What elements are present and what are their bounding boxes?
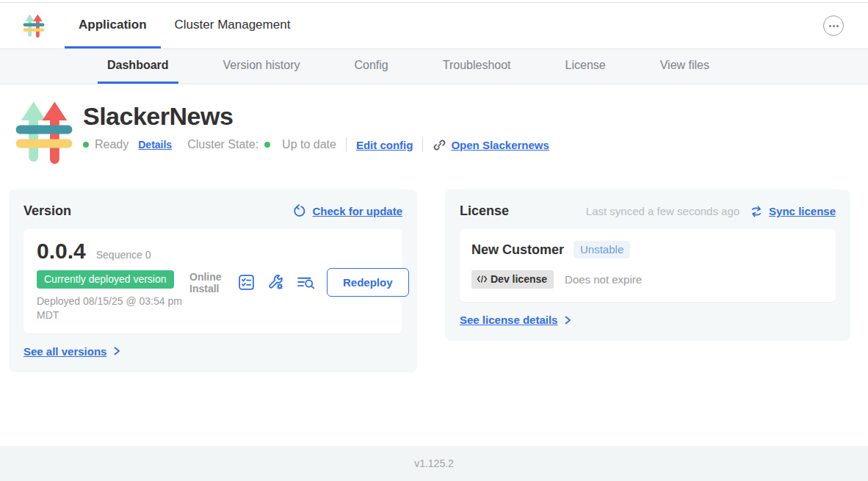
app-logo-icon bbox=[23, 13, 45, 38]
code-brackets-icon bbox=[477, 275, 488, 283]
see-license-details-link[interactable]: See license details bbox=[460, 314, 557, 326]
ready-status-label: Ready bbox=[95, 138, 129, 151]
license-type-badge: Dev license bbox=[471, 270, 554, 289]
subnav-version-history[interactable]: Version history bbox=[214, 49, 310, 84]
edit-config-button[interactable] bbox=[267, 273, 285, 292]
redeploy-button[interactable]: Redeploy bbox=[327, 268, 409, 297]
subnav-version-history-label: Version history bbox=[223, 59, 300, 72]
tab-application-label: Application bbox=[79, 18, 147, 32]
version-number-row: 0.0.4 Sequence 0 bbox=[37, 239, 189, 264]
version-info: 0.0.4 Sequence 0 Currently deployed vers… bbox=[37, 239, 189, 322]
details-link[interactable]: Details bbox=[138, 139, 172, 151]
last-synced-label: Last synced a few seconds ago bbox=[586, 205, 739, 217]
license-expiry: Does not expire bbox=[565, 273, 642, 286]
open-app-group: Open Slackernews bbox=[433, 138, 549, 152]
subnav-view-files[interactable]: View files bbox=[651, 49, 719, 84]
dashboard-cards: Version Check for update 0.0.4 Sequence bbox=[0, 165, 868, 372]
checklist-icon bbox=[237, 273, 256, 292]
header-tabs: Application Cluster Management bbox=[65, 3, 304, 48]
see-all-versions-link[interactable]: See all versions bbox=[23, 345, 106, 358]
header-spacer bbox=[304, 3, 823, 48]
version-actions: Online Install bbox=[189, 264, 409, 297]
subnav-license-label: License bbox=[565, 59, 606, 72]
customer-row: New Customer Unstable bbox=[471, 241, 824, 258]
app-logo-svg bbox=[23, 13, 45, 38]
chevron-right-icon bbox=[563, 315, 572, 325]
version-number: 0.0.4 bbox=[37, 239, 86, 264]
edit-config-link[interactable]: Edit config bbox=[356, 139, 413, 151]
customer-name: New Customer bbox=[471, 242, 564, 258]
install-type-label: Online Install bbox=[189, 271, 226, 294]
app-hero: SlackerNews Ready Details Cluster State:… bbox=[0, 84, 868, 165]
sync-arrows-icon bbox=[750, 205, 763, 218]
subnav-troubleshoot[interactable]: Troubleshoot bbox=[433, 49, 521, 84]
subnav-license[interactable]: License bbox=[556, 49, 615, 84]
see-license-details-row: See license details bbox=[460, 314, 836, 326]
subnav-config[interactable]: Config bbox=[345, 49, 398, 84]
license-type-row: Dev license Does not expire bbox=[471, 270, 824, 289]
tab-cluster-management[interactable]: Cluster Management bbox=[161, 3, 305, 48]
channel-badge: Unstable bbox=[574, 241, 630, 258]
ellipsis-icon bbox=[829, 25, 831, 27]
subnav-troubleshoot-label: Troubleshoot bbox=[443, 59, 511, 72]
page: Application Cluster Management Dashboard… bbox=[0, 0, 868, 481]
subnav-view-files-label: View files bbox=[660, 59, 709, 72]
open-app-link[interactable]: Open Slackernews bbox=[451, 139, 549, 151]
current-version-panel: 0.0.4 Sequence 0 Currently deployed vers… bbox=[23, 229, 402, 333]
app-status-row: Ready Details Cluster State: Up to date … bbox=[83, 137, 549, 152]
app-footer: v1.125.2 bbox=[0, 446, 868, 481]
divider bbox=[346, 137, 347, 152]
divider bbox=[422, 137, 423, 152]
overflow-menu-button[interactable] bbox=[823, 15, 844, 36]
view-logs-button[interactable] bbox=[296, 273, 316, 292]
tab-application[interactable]: Application bbox=[65, 3, 161, 48]
sync-license-link[interactable]: Sync license bbox=[769, 205, 836, 217]
logs-magnifier-icon bbox=[296, 273, 316, 292]
tab-cluster-management-label: Cluster Management bbox=[175, 18, 291, 32]
cluster-state-dot bbox=[264, 142, 270, 148]
preflight-checks-button[interactable] bbox=[237, 273, 256, 292]
main-content: SlackerNews Ready Details Cluster State:… bbox=[0, 84, 868, 444]
version-card: Version Check for update 0.0.4 Sequence bbox=[9, 189, 417, 372]
ready-status-dot bbox=[83, 142, 89, 148]
license-panel: New Customer Unstable Dev license bbox=[460, 229, 836, 302]
license-card: License Last synced a few seconds ago Sy… bbox=[445, 189, 850, 341]
refresh-icon bbox=[292, 204, 306, 218]
subnav-dashboard[interactable]: Dashboard bbox=[98, 49, 178, 84]
cluster-state-value: Up to date bbox=[282, 138, 336, 151]
hero-text: SlackerNews Ready Details Cluster State:… bbox=[83, 99, 549, 165]
see-all-versions-row: See all versions bbox=[23, 345, 402, 358]
check-for-update-link[interactable]: Check for update bbox=[312, 205, 402, 217]
license-card-title: License bbox=[460, 203, 509, 219]
deployed-timestamp: Deployed 08/15/25 @ 03:54 pm MDT bbox=[37, 294, 189, 322]
cluster-state-label: Cluster State: bbox=[187, 138, 258, 151]
license-type-label: Dev license bbox=[491, 273, 547, 285]
app-subnav: Dashboard Version history Config Trouble… bbox=[0, 49, 868, 84]
sequence-label: Sequence 0 bbox=[96, 249, 151, 261]
subnav-config-label: Config bbox=[355, 59, 388, 72]
license-card-header: License Last synced a few seconds ago Sy… bbox=[460, 203, 836, 219]
app-logo-large-icon bbox=[15, 99, 73, 165]
console-version: v1.125.2 bbox=[414, 458, 454, 469]
wrench-gear-icon bbox=[267, 273, 285, 292]
version-card-title: Version bbox=[23, 203, 71, 219]
check-update-group: Check for update bbox=[292, 204, 402, 218]
subnav-dashboard-label: Dashboard bbox=[107, 59, 169, 72]
chevron-right-icon bbox=[112, 346, 121, 356]
chain-link-icon bbox=[433, 138, 446, 152]
deployed-badge: Currently deployed version bbox=[37, 270, 174, 289]
sync-license-group: Last synced a few seconds ago Sync licen… bbox=[586, 205, 836, 218]
page-title: SlackerNews bbox=[83, 102, 549, 131]
app-header: Application Cluster Management bbox=[0, 3, 868, 49]
version-card-header: Version Check for update bbox=[23, 203, 402, 219]
